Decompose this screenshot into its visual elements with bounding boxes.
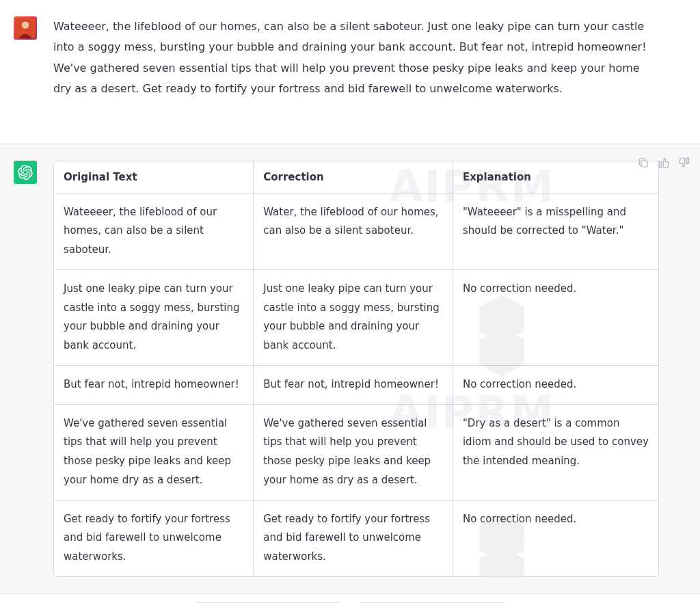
correction-table-wrap: AIPRM AIPRM Original Text Correction Exp…	[53, 161, 659, 577]
copy-icon[interactable]	[636, 155, 651, 170]
user-text: Wateeeer, the lifeblood of our homes, ca…	[53, 16, 659, 127]
svg-rect-2	[641, 161, 647, 167]
cell-correction: But fear not, intrepid homeowner!	[254, 365, 453, 404]
table-row: Just one leaky pipe can turn your castle…	[54, 269, 658, 365]
user-message-row: Wateeeer, the lifeblood of our homes, ca…	[0, 0, 700, 144]
table-row: But fear not, intrepid homeowner! But fe…	[54, 365, 658, 404]
thumbs-up-icon[interactable]	[656, 155, 671, 170]
assistant-avatar	[14, 161, 37, 184]
cell-correction: We've gathered seven essential tips that…	[254, 404, 453, 500]
correction-table: Original Text Correction Explanation Wat…	[54, 161, 658, 576]
cell-explanation: No correction needed.	[453, 269, 658, 365]
cell-correction: Water, the lifeblood of our homes, can a…	[254, 193, 453, 269]
cell-explanation: No correction needed.	[453, 500, 658, 576]
table-header-correction: Correction	[254, 161, 453, 193]
cell-original: Get ready to fortify your fortress and b…	[54, 500, 254, 576]
cell-explanation: No correction needed.	[453, 365, 658, 404]
table-header-original: Original Text	[54, 161, 254, 193]
cell-explanation: "Wateeeer" is a misspelling and should b…	[453, 193, 658, 269]
assistant-message-content: AIPRM AIPRM Original Text Correction Exp…	[53, 161, 686, 577]
table-row: We've gathered seven essential tips that…	[54, 404, 658, 500]
table-row: Wateeeer, the lifeblood of our homes, ca…	[54, 193, 658, 269]
bottom-toolbar	[0, 593, 700, 603]
cell-original: Wateeeer, the lifeblood of our homes, ca…	[54, 193, 254, 269]
cell-original: But fear not, intrepid homeowner!	[54, 365, 254, 404]
cell-explanation: "Dry as a desert" is a common idiom and …	[453, 404, 658, 500]
cell-correction: Get ready to fortify your fortress and b…	[254, 500, 453, 576]
table-row: Get ready to fortify your fortress and b…	[54, 500, 658, 576]
svg-point-1	[22, 21, 29, 29]
cell-correction: Just one leaky pipe can turn your castle…	[254, 269, 453, 365]
user-message-content: Wateeeer, the lifeblood of our homes, ca…	[53, 16, 686, 127]
message-actions	[636, 155, 692, 170]
table-header-explanation: Explanation	[453, 161, 658, 193]
assistant-message-row: AIPRM AIPRM Original Text Correction Exp…	[0, 144, 700, 593]
user-avatar	[14, 16, 37, 40]
cell-original: We've gathered seven essential tips that…	[54, 404, 254, 500]
thumbs-down-icon[interactable]	[677, 155, 692, 170]
cell-original: Just one leaky pipe can turn your castle…	[54, 269, 254, 365]
